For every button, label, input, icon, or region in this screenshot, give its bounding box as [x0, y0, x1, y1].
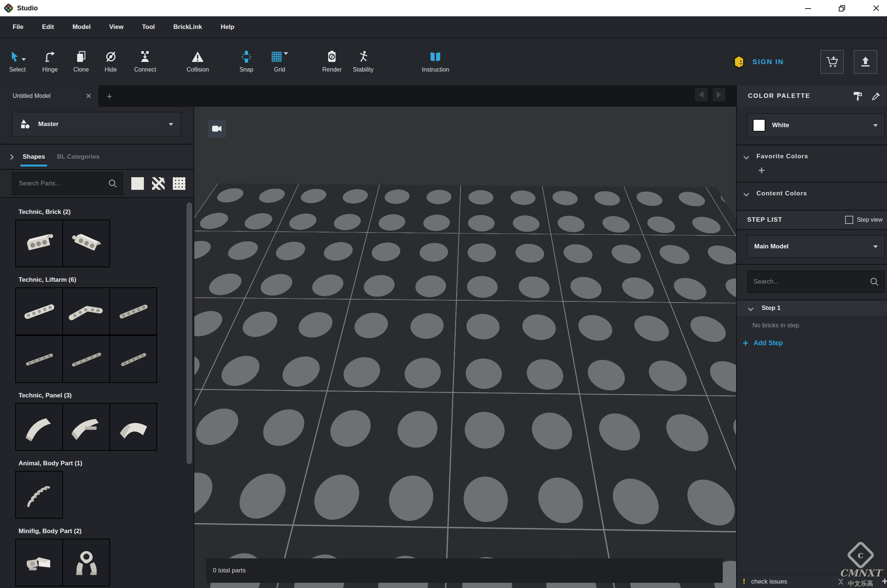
part-thumbnail-liftarm-thin[interactable]: [110, 335, 157, 383]
menu-bricklink[interactable]: BrickLink: [174, 23, 202, 31]
collapse-toggle-icon[interactable]: [839, 578, 842, 586]
parts-sidebar: Master Shapes BL Categories Technic, Bri…: [0, 107, 194, 588]
step-search-input[interactable]: [753, 278, 870, 285]
menu-help[interactable]: Help: [221, 23, 234, 31]
cart-button[interactable]: [820, 50, 844, 74]
hinge-tool-button[interactable]: Hinge: [42, 38, 58, 85]
tab-shapes[interactable]: Shapes: [21, 147, 47, 167]
menu-model[interactable]: Model: [72, 23, 90, 31]
studio-logo-icon: [3, 3, 14, 14]
baseplate-grid[interactable]: [194, 183, 736, 588]
part-thumbnail-technic-brick[interactable]: [62, 219, 110, 267]
part-thumbnail-panel[interactable]: [110, 403, 157, 451]
chevron-down-icon: [873, 124, 878, 127]
collision-tool-button[interactable]: Collision: [186, 38, 209, 85]
upload-button[interactable]: [854, 50, 877, 74]
menu-tool[interactable]: Tool: [142, 23, 155, 31]
camera-view-button[interactable]: [208, 120, 226, 138]
select-tool-button[interactable]: Select: [9, 38, 26, 85]
part-thumbnail-minifig-body-part[interactable]: [15, 539, 63, 586]
part-thumbnail-liftarm[interactable]: [110, 287, 157, 335]
part-thumbnail-minifig-body-part[interactable]: [62, 539, 110, 586]
eyedropper-icon[interactable]: [871, 91, 881, 101]
menu-view[interactable]: View: [110, 23, 123, 31]
search-icon: [870, 277, 879, 286]
step-view-checkbox[interactable]: [845, 216, 853, 224]
parts-search-input[interactable]: [19, 180, 108, 187]
sign-in-button[interactable]: SIGN IN: [732, 54, 784, 69]
minimize-button[interactable]: [803, 3, 813, 14]
upload-icon: [859, 56, 872, 68]
chevron-down-icon: [743, 190, 749, 196]
eye-slash-icon: [105, 51, 117, 63]
viewport-3d[interactable]: 0 total parts: [194, 107, 736, 588]
parts-search-box[interactable]: [12, 172, 123, 195]
step-search-box[interactable]: [747, 271, 885, 293]
snap-magnet-icon: [240, 50, 252, 63]
shapes-icon: [20, 118, 31, 130]
close-button[interactable]: [870, 3, 882, 14]
app-title: Studio: [17, 4, 38, 12]
grid-tool-button[interactable]: Grid: [271, 38, 288, 85]
chevron-down-icon: [743, 153, 749, 159]
step-1-row[interactable]: Step 1: [737, 300, 887, 316]
history-back-button[interactable]: [695, 88, 707, 101]
snap-tool-button[interactable]: Snap: [240, 38, 253, 85]
tab-bl-categories[interactable]: BL Categories: [55, 147, 101, 167]
no-color-swatch-icon[interactable]: [152, 177, 165, 190]
part-thumbnail-panel[interactable]: [62, 403, 110, 451]
clone-tool-button[interactable]: Clone: [74, 38, 89, 85]
warning-triangle-icon: [191, 51, 204, 63]
menu-edit[interactable]: Edit: [42, 23, 54, 31]
content-colors-toggle[interactable]: Content Colors: [744, 190, 887, 197]
add-step-button[interactable]: + Add Step: [743, 338, 887, 348]
title-bar: Studio: [0, 0, 887, 16]
content-colors-section: Content Colors: [737, 182, 887, 211]
category-label: Technic, Liftarm (6): [18, 276, 194, 284]
main-model-dropdown[interactable]: Main Model: [747, 235, 885, 258]
menu-file[interactable]: File: [13, 23, 23, 31]
plus-icon[interactable]: +: [882, 575, 887, 587]
history-forward-button[interactable]: [713, 88, 725, 101]
color-dropdown[interactable]: White: [747, 114, 885, 137]
model-selector-dropdown[interactable]: Master: [12, 112, 181, 136]
tab-untitled-model[interactable]: Untitled Model ✕: [0, 85, 98, 107]
category-label: Technic, Panel (3): [18, 392, 194, 399]
cart-icon: [825, 56, 839, 68]
figure-icon: [357, 50, 369, 63]
chevron-right-icon[interactable]: [8, 154, 14, 160]
book-icon: [429, 51, 442, 63]
favorite-colors-section: Favorite Colors +: [737, 146, 887, 182]
part-thumbnail-panel[interactable]: [15, 403, 63, 451]
tab-close-icon[interactable]: ✕: [85, 92, 92, 100]
step-list-header: STEP LIST Step view: [737, 211, 887, 230]
solid-swatch-icon[interactable]: [131, 177, 144, 190]
part-thumbnail-liftarm-thin[interactable]: [15, 335, 63, 383]
connect-tool-button[interactable]: Connect: [134, 38, 156, 85]
palette-tabs: Shapes BL Categories: [0, 145, 194, 170]
grid-view-icon[interactable]: [173, 177, 185, 190]
empty-step-message: No bricks in step.: [752, 322, 887, 329]
step-view-toggle[interactable]: Step view: [845, 216, 882, 224]
part-thumbnail-animal-body-part[interactable]: [15, 471, 63, 519]
chevron-down-icon: [873, 245, 878, 248]
favorite-colors-toggle[interactable]: Favorite Colors: [744, 153, 887, 160]
part-thumbnail-liftarm-thin[interactable]: [62, 335, 110, 383]
part-thumbnail-liftarm[interactable]: [15, 287, 63, 335]
parts-search-row: [0, 170, 194, 198]
instruction-button[interactable]: Instruction: [422, 38, 449, 85]
category-label: Animal, Body Part (1): [18, 460, 194, 467]
render-button[interactable]: Render: [322, 38, 342, 85]
sidebar-scrollbar[interactable]: [186, 202, 192, 464]
model-selector-row: Master: [0, 107, 194, 145]
hide-tool-button[interactable]: Hide: [105, 38, 117, 85]
paint-roller-icon[interactable]: [853, 91, 863, 101]
chevron-down-icon: [748, 305, 754, 311]
add-tab-button[interactable]: +: [98, 85, 120, 107]
restore-button[interactable]: [837, 3, 848, 14]
part-thumbnail-technic-brick[interactable]: [15, 219, 63, 267]
add-favorite-color-button[interactable]: +: [758, 165, 887, 176]
stability-button[interactable]: Stability: [353, 38, 374, 85]
check-issues-bar[interactable]: ! check issues +: [737, 574, 887, 588]
part-thumbnail-liftarm-bent[interactable]: [62, 287, 110, 335]
